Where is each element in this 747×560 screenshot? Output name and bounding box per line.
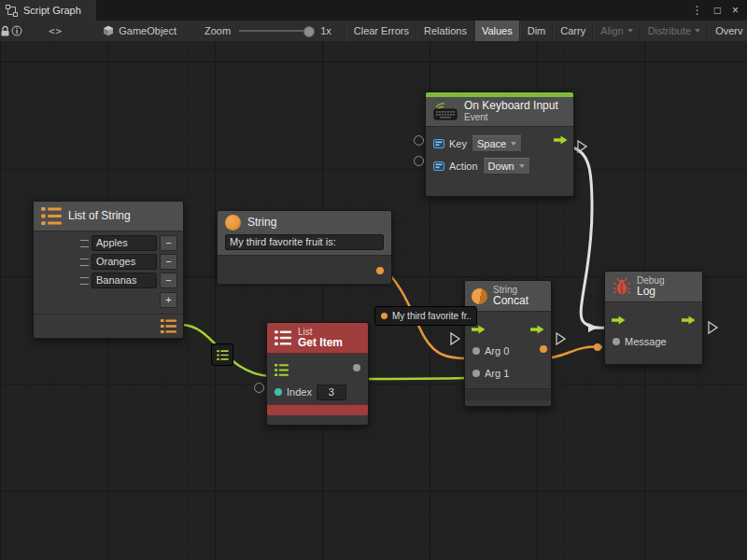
flow-marker-concat-in (451, 333, 459, 344)
list-item-input[interactable]: Bananas (92, 273, 157, 288)
clear-errors-button[interactable]: Clear Errors (346, 21, 416, 41)
node-title: Log (637, 286, 664, 298)
index-input-port[interactable] (275, 388, 282, 396)
gameobject-reference[interactable]: GameObject (103, 25, 176, 36)
message-input-port[interactable] (613, 338, 620, 345)
key-port-indicator[interactable] (414, 135, 424, 146)
key-icon (433, 138, 444, 149)
chevron-down-icon (695, 29, 700, 33)
list-output-port[interactable] (161, 319, 176, 333)
string-value-dot (381, 313, 388, 319)
remove-item-button[interactable]: − (160, 254, 177, 270)
wire-value-badge (211, 343, 233, 366)
gameobject-icon (103, 25, 114, 36)
carry-toggle-button[interactable]: Carry (553, 21, 593, 41)
chevron-down-icon (627, 29, 633, 33)
flow-output-port[interactable] (554, 135, 568, 145)
list-icon (217, 350, 229, 360)
string-output-port[interactable] (376, 267, 384, 274)
arg1-input-port[interactable] (472, 370, 480, 377)
string-value-input[interactable]: My third favorite fruit is: (225, 234, 384, 250)
node-debug-log[interactable]: Debug Log Message (604, 271, 703, 365)
tab-title: Script Graph (23, 5, 81, 16)
chevron-down-icon (511, 142, 516, 146)
node-get-item[interactable]: List Get Item Index 3 (266, 322, 369, 426)
node-string-literal[interactable]: String My third favorite fruit is: (217, 210, 392, 281)
flow-output-port[interactable] (530, 325, 544, 334)
add-item-button[interactable]: + (160, 292, 177, 308)
result-output-port[interactable] (540, 345, 547, 353)
arg0-input-port[interactable] (472, 347, 480, 355)
maximize-icon[interactable]: □ (714, 0, 721, 21)
unit-color-strip (267, 404, 368, 415)
drag-handle-icon[interactable] (80, 240, 89, 247)
list-item-input[interactable]: Oranges (92, 254, 157, 270)
node-on-keyboard-input[interactable]: On Keyboard Input Event Key Space (425, 91, 574, 197)
drag-handle-icon[interactable] (80, 277, 89, 285)
remove-item-button[interactable]: − (160, 235, 177, 251)
toolbar-buttons: Clear Errors Relations Values Dim Carry … (346, 21, 747, 41)
info-button[interactable] (11, 21, 23, 41)
list-input-port[interactable] (275, 364, 289, 376)
list-item-row: Apples − (80, 235, 177, 251)
list-icon (275, 330, 291, 345)
tab-script-graph[interactable]: Script Graph (0, 0, 96, 21)
key-icon (433, 161, 444, 172)
relations-button[interactable]: Relations (416, 21, 474, 41)
unity-script-graph-window: { "window": { "tab": "Script Graph", "co… (0, 0, 747, 560)
remove-item-button[interactable]: − (160, 273, 177, 288)
gameobject-label: GameObject (119, 25, 176, 36)
zoom-control: Zoom 1x (204, 25, 331, 36)
flow-marker-log-out (709, 322, 717, 333)
item-output-port[interactable] (353, 364, 360, 371)
window-menu-icon[interactable]: ⋮ (692, 0, 703, 21)
index-input[interactable]: 3 (317, 385, 346, 400)
action-dropdown[interactable]: Down (483, 158, 530, 175)
zoom-slider[interactable] (239, 30, 312, 32)
wire-endpoint-dot (594, 343, 601, 351)
zoom-slider-handle[interactable] (303, 26, 315, 37)
script-graph-icon (6, 5, 18, 17)
wire-getitem-to-concat[interactable] (353, 378, 467, 379)
code-icon: <> (49, 25, 63, 37)
string-icon (472, 288, 487, 304)
chevron-down-icon (519, 164, 525, 168)
arg1-label: Arg 1 (485, 368, 509, 379)
action-port-indicator[interactable] (414, 156, 424, 166)
close-icon[interactable]: × (732, 0, 739, 21)
flow-marker-concat-out (557, 333, 565, 344)
lock-button[interactable] (0, 21, 11, 41)
graph-canvas[interactable]: List of String Apples − Oranges − Banana… (0, 41, 747, 560)
action-label: Action (449, 161, 478, 172)
node-footer (465, 388, 551, 400)
list-item-row: Bananas − (80, 273, 177, 288)
lock-icon (0, 25, 10, 37)
flow-wire-arrowhead (588, 323, 598, 332)
node-subtitle: Event (464, 112, 558, 122)
index-label: Index (287, 386, 312, 398)
key-label: Key (449, 138, 467, 149)
node-title: Concat (493, 295, 529, 307)
overview-button[interactable]: Overv (708, 21, 747, 41)
node-title: Get Item (298, 337, 343, 349)
list-items: Apples − Oranges − Bananas − (34, 231, 183, 288)
key-dropdown[interactable]: Space (472, 135, 522, 152)
drag-handle-icon[interactable] (80, 259, 89, 266)
arg0-label: Arg 0 (485, 345, 509, 357)
index-port-indicator[interactable] (254, 383, 264, 393)
flow-input-port[interactable] (472, 325, 486, 334)
distribute-dropdown-button[interactable]: Distribute (641, 21, 708, 41)
dim-toggle-button[interactable]: Dim (520, 21, 554, 41)
node-list-of-string[interactable]: List of String Apples − Oranges − Banana… (33, 201, 184, 339)
flow-output-port[interactable] (682, 315, 696, 325)
code-view-button[interactable]: <> (48, 21, 63, 41)
window-controls: ⋮ □ × (692, 0, 747, 21)
list-item-input[interactable]: Apples (92, 235, 157, 251)
flow-input-port[interactable] (612, 315, 626, 325)
values-toggle-button[interactable]: Values (474, 21, 520, 41)
node-concat[interactable]: String Concat Arg 0 Arg 1 (464, 280, 552, 407)
keyboard-icon (433, 102, 458, 120)
window-tab-bar: Script Graph ⋮ □ × (0, 0, 747, 21)
align-dropdown-button[interactable]: Align (593, 21, 640, 41)
node-title: List of String (68, 210, 131, 222)
